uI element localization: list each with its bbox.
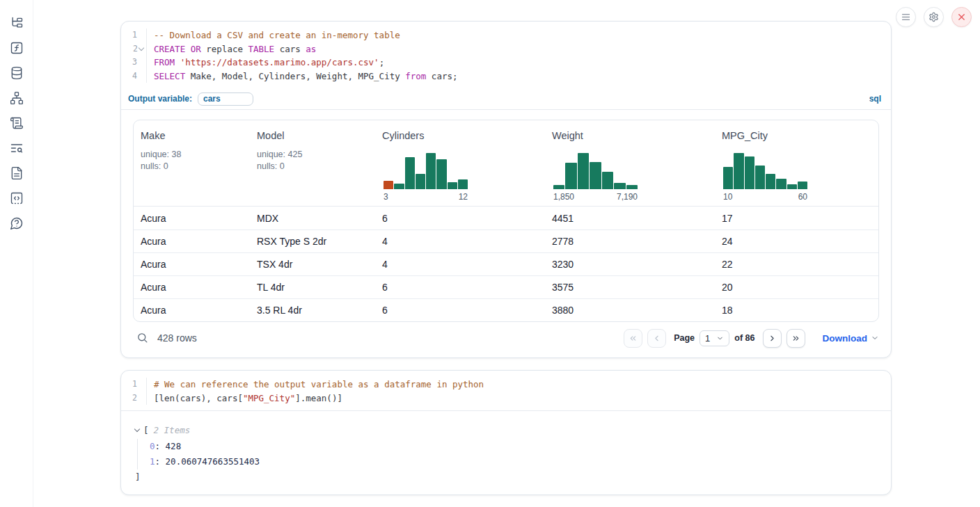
table-row[interactable]: AcuraMDX6445117: [134, 207, 878, 230]
code-line[interactable]: 2CREATE OR replace TABLE cars as: [121, 42, 891, 56]
histogram-bar[interactable]: [798, 182, 807, 189]
sql-cell: 1-- Download a CSV and create an in-memo…: [120, 21, 892, 358]
line-number: 1: [121, 29, 146, 42]
first-page-button[interactable]: [624, 329, 642, 348]
table-cell: 4: [375, 259, 545, 270]
histogram-bar[interactable]: [614, 183, 625, 189]
histogram-bar[interactable]: [755, 166, 765, 189]
histogram-bar[interactable]: [734, 153, 743, 189]
column-name[interactable]: Weight: [552, 130, 711, 141]
snippets-icon[interactable]: [10, 191, 24, 205]
datasources-icon[interactable]: [10, 66, 24, 80]
histogram-bar[interactable]: [448, 182, 457, 189]
search-icon[interactable]: [136, 332, 149, 344]
table-cell: 3.5 RL 4dr: [250, 305, 375, 316]
histogram-bar[interactable]: [384, 181, 393, 189]
shutdown-button[interactable]: [951, 7, 972, 27]
prev-page-button[interactable]: [647, 329, 666, 348]
file-explorer-icon[interactable]: [10, 16, 24, 30]
line-number: 4: [121, 70, 146, 83]
histogram-bar[interactable]: [405, 157, 415, 189]
python-code-editor[interactable]: 1# We can reference the output variable …: [121, 371, 891, 410]
column-header: Modelunique: 425nulls: 0: [250, 120, 375, 206]
histogram-bar[interactable]: [776, 179, 786, 189]
items-count-label: 2 Items: [154, 425, 191, 435]
histogram-bar[interactable]: [553, 185, 564, 189]
histogram-bar[interactable]: [602, 172, 613, 189]
open-bracket: [: [143, 425, 149, 435]
column-name[interactable]: Cylinders: [382, 130, 541, 141]
close-bracket: ]: [135, 472, 891, 482]
column-name[interactable]: Model: [257, 130, 371, 141]
line-number: 1: [121, 378, 146, 392]
fold-caret-icon[interactable]: [139, 45, 144, 51]
table-cell: Acura: [134, 236, 250, 247]
download-label: Download: [823, 333, 868, 344]
histogram-bar[interactable]: [436, 159, 446, 189]
settings-button[interactable]: [924, 7, 944, 27]
histogram-bar[interactable]: [787, 184, 797, 189]
column-name[interactable]: Make: [141, 130, 246, 141]
table-cell: 20: [715, 282, 878, 293]
histogram-bar[interactable]: [426, 153, 436, 189]
chevrons-left-icon: [629, 334, 638, 343]
documentation-icon[interactable]: [10, 166, 24, 180]
histogram-bar[interactable]: [458, 179, 468, 189]
histogram-bar[interactable]: [723, 167, 733, 189]
code-text: -- Download a CSV and create an in-memor…: [146, 29, 891, 42]
table-cell: TSX 4dr: [250, 259, 375, 270]
code-text: [len(cars), cars["MPG_City"].mean()]: [146, 392, 891, 405]
output-variable-input[interactable]: [198, 92, 253, 106]
page-select[interactable]: 1: [700, 330, 729, 346]
table-cell: 3880: [545, 305, 715, 316]
code-line[interactable]: 3FROM 'https://datasets.marimo.app/cars.…: [121, 56, 891, 70]
output-variable-label: Output variable:: [128, 94, 192, 104]
code-text: FROM 'https://datasets.marimo.app/cars.c…: [146, 56, 891, 70]
histogram-bar[interactable]: [416, 174, 425, 189]
chevron-right-icon: [768, 334, 777, 343]
column-name[interactable]: MPG_City: [722, 130, 874, 141]
last-page-button[interactable]: [787, 329, 805, 348]
histogram-bar[interactable]: [766, 174, 775, 189]
column-histogram: 312: [384, 153, 468, 202]
column-stats: unique: 38nulls: 0: [141, 149, 246, 172]
code-line[interactable]: 2[len(cars), cars["MPG_City"].mean()]: [121, 392, 891, 405]
code-line[interactable]: 4SELECT Make, Model, Cylinders, Weight, …: [121, 70, 891, 83]
tree-entry: 0: 428: [150, 439, 891, 454]
sql-editor[interactable]: 1-- Download a CSV and create an in-memo…: [121, 22, 891, 110]
histogram-bar[interactable]: [394, 184, 404, 189]
collapse-caret-icon[interactable]: [134, 426, 140, 432]
table-cell: 2778: [545, 236, 715, 247]
chevron-down-icon: [871, 334, 879, 342]
data-table-panel: Makeunique: 38nulls: 0Modelunique: 425nu…: [133, 120, 879, 322]
table-cell: RSX Type S 2dr: [250, 236, 375, 247]
dependency-graph-icon[interactable]: [10, 91, 24, 105]
table-cell: TL 4dr: [250, 282, 375, 293]
histogram-bar[interactable]: [578, 153, 589, 189]
functions-icon[interactable]: [10, 41, 24, 55]
table-row[interactable]: Acura3.5 RL 4dr6388018: [134, 298, 878, 321]
page-label: Page: [674, 333, 695, 343]
table-row[interactable]: AcuraTL 4dr6357520: [134, 275, 878, 298]
download-button[interactable]: Download: [823, 333, 880, 344]
table-cell: 4451: [545, 213, 715, 224]
scratchpad-search-icon[interactable]: [10, 141, 24, 155]
python-editor[interactable]: 1# We can reference the output variable …: [121, 371, 891, 411]
table-row[interactable]: AcuraRSX Type S 2dr4277824: [134, 230, 878, 252]
table-body: AcuraMDX6445117AcuraRSX Type S 2dr427782…: [134, 207, 878, 321]
histogram-bar[interactable]: [590, 162, 601, 189]
histogram-bar[interactable]: [745, 156, 754, 189]
next-page-button[interactable]: [763, 329, 782, 348]
table-row[interactable]: AcuraTSX 4dr4323022: [134, 252, 878, 275]
line-number: 2: [121, 42, 146, 56]
histogram-bar[interactable]: [626, 185, 638, 189]
histogram-bar[interactable]: [565, 163, 576, 189]
sql-code-editor[interactable]: 1-- Download a CSV and create an in-memo…: [121, 22, 891, 88]
code-line[interactable]: 1-- Download a CSV and create an in-memo…: [121, 29, 891, 42]
table-cell: 6: [375, 305, 545, 316]
column-header: Cylinders312: [375, 120, 545, 206]
hamburger-menu-button[interactable]: [896, 7, 916, 27]
help-icon[interactable]: [10, 216, 24, 230]
logs-icon[interactable]: [10, 116, 24, 130]
code-line[interactable]: 1# We can reference the output variable …: [121, 378, 891, 392]
